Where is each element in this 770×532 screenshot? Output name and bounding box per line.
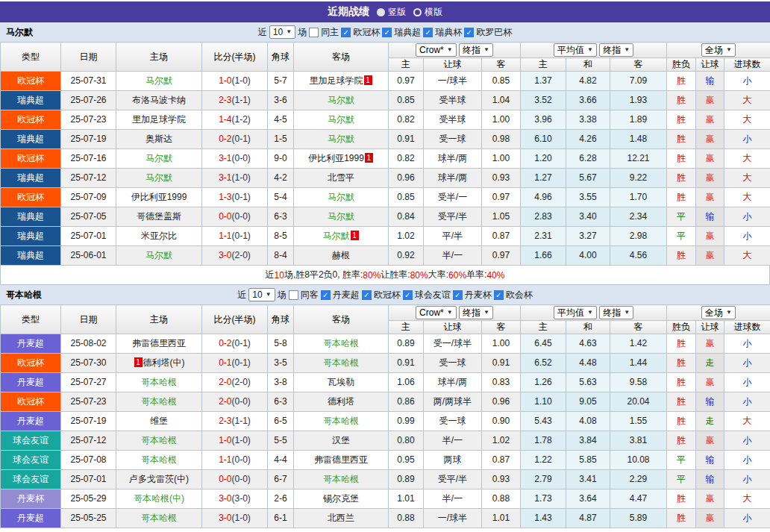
league-checkbox[interactable]: ✓ xyxy=(362,290,372,300)
team-name[interactable]: 北西兰 xyxy=(328,513,354,523)
team-name[interactable]: 维堡 xyxy=(150,416,168,426)
team-name[interactable]: 汉堡 xyxy=(332,435,350,445)
team-name[interactable]: 哥本哈根(中) xyxy=(134,493,184,504)
league-checkbox[interactable]: ✓ xyxy=(464,28,474,37)
team-name[interactable]: 伊比利亚1999 xyxy=(308,153,364,163)
team-name[interactable]: 哥本哈根 xyxy=(323,416,359,426)
fulltime-score[interactable]: 2-0 xyxy=(219,396,231,407)
fulltime-score[interactable]: 1-0 xyxy=(219,75,231,86)
team-name[interactable]: 马尔默 xyxy=(328,114,354,125)
team-name[interactable]: 哥本哈根 xyxy=(141,513,177,523)
layout-radio-vertical[interactable]: 竖版 xyxy=(377,6,406,19)
team-name[interactable]: 马尔默 xyxy=(145,172,172,183)
team-name[interactable]: 马尔默 xyxy=(328,95,354,105)
fulltime-score[interactable]: 3-0 xyxy=(219,513,231,523)
team-name[interactable]: 布洛马波卡纳 xyxy=(132,95,186,105)
team-name[interactable]: 米亚尔比 xyxy=(141,231,177,241)
match-count-select[interactable]: 10 ▼ xyxy=(248,288,275,301)
league-checkbox-label[interactable]: 瑞典超 xyxy=(394,26,421,39)
team-name[interactable]: 哥本哈根 xyxy=(141,377,177,387)
fulltime-score[interactable]: 1-3 xyxy=(219,192,231,202)
league-checkbox[interactable]: ✓ xyxy=(423,28,433,37)
team-name[interactable]: 里加足球学院 xyxy=(132,114,186,125)
fulltime-score[interactable]: 2-3 xyxy=(219,416,231,426)
fulltime-score[interactable]: 1-0 xyxy=(219,435,231,445)
team-name[interactable]: 哥本哈根 xyxy=(141,435,177,445)
fulltime-score[interactable]: 0-2 xyxy=(219,134,231,144)
team-name[interactable]: 哥本哈根 xyxy=(141,396,177,407)
fulltime-score[interactable]: 2-3 xyxy=(219,95,231,105)
league-checkbox-label[interactable]: 欧会杯 xyxy=(506,289,533,301)
team-name[interactable]: 马尔默 xyxy=(328,134,354,144)
layout-radio-horizontal[interactable]: 横版 xyxy=(413,6,442,19)
league-checkbox-label[interactable]: 欧冠杯 xyxy=(353,26,380,39)
team-name[interactable]: 卢多戈雷茨(中) xyxy=(129,474,189,484)
league-checkbox[interactable]: ✓ xyxy=(382,28,392,37)
team-name[interactable]: 马尔默 xyxy=(328,192,354,202)
odds-source-select[interactable]: Crow*▼ xyxy=(416,306,457,319)
league-checkbox-label[interactable]: 欧罗巴杯 xyxy=(476,26,512,39)
fulltime-score[interactable]: 0-1 xyxy=(219,357,231,368)
league-checkbox-label[interactable]: 欧冠杯 xyxy=(374,289,401,301)
avg-source-select[interactable]: 平均值▼ xyxy=(554,43,597,57)
team-name[interactable]: 马尔默 xyxy=(145,153,172,163)
team-name[interactable]: 赫根 xyxy=(332,250,350,260)
league-checkbox-label[interactable]: 球会友谊 xyxy=(415,289,451,301)
league-checkbox[interactable]: ✓ xyxy=(321,290,331,300)
avg-time-select[interactable]: 终指▼ xyxy=(599,306,633,319)
same-venue-checkbox[interactable] xyxy=(289,290,298,300)
corner-count: 3-8 xyxy=(268,373,294,392)
league-checkbox[interactable]: ✓ xyxy=(494,290,504,300)
team-name[interactable]: 马尔默 xyxy=(328,211,354,222)
scope-select[interactable]: 全场▼ xyxy=(701,306,736,319)
league-checkbox[interactable]: ✓ xyxy=(341,28,351,37)
fulltime-score[interactable]: 3-0 xyxy=(219,493,231,504)
odds-source-select[interactable]: Crow*▼ xyxy=(416,43,457,57)
team-name[interactable]: 弗雷德里西亚 xyxy=(314,454,368,465)
fulltime-score[interactable]: 3-1 xyxy=(219,172,231,183)
team-name[interactable]: 德利塔 xyxy=(328,396,354,407)
fulltime-score[interactable]: 1-4 xyxy=(219,114,231,125)
radio-button-icon[interactable] xyxy=(413,8,422,16)
odds-time-select[interactable]: 终指▼ xyxy=(459,306,493,319)
team-name[interactable]: 瓦埃勒 xyxy=(328,377,354,387)
league-checkbox-label[interactable]: 丹麦超 xyxy=(333,289,360,301)
team-name[interactable]: 哥本哈根 xyxy=(141,454,177,465)
fulltime-score[interactable]: 3-1 xyxy=(219,153,231,163)
result-outcome: 胜 xyxy=(667,412,696,431)
radio-vertical-label[interactable]: 竖版 xyxy=(388,6,406,19)
avg-time-select[interactable]: 终指▼ xyxy=(599,43,633,57)
team-name[interactable]: 弗雷德里西亚 xyxy=(132,338,186,348)
fulltime-score[interactable]: 0-0 xyxy=(219,474,231,484)
team-name[interactable]: 哥德堡盖斯 xyxy=(137,211,181,222)
fulltime-score[interactable]: 2-0 xyxy=(219,377,231,387)
team-name[interactable]: 北雪平 xyxy=(328,172,354,183)
fulltime-score[interactable]: 0-0 xyxy=(219,211,231,222)
league-checkbox[interactable]: ✓ xyxy=(403,290,413,300)
odds-time-select[interactable]: 终指▼ xyxy=(459,43,493,57)
team-name[interactable]: 里加足球学院 xyxy=(310,75,363,86)
team-name[interactable]: 锡尔克堡 xyxy=(323,493,359,504)
league-checkbox-label[interactable]: 瑞典杯 xyxy=(435,26,462,39)
team-name[interactable]: 德利塔(中) xyxy=(143,357,185,368)
scope-select[interactable]: 全场▼ xyxy=(701,43,736,57)
radio-horizontal-label[interactable]: 横版 xyxy=(425,6,442,19)
match-count-select[interactable]: 10 ▼ xyxy=(269,25,295,39)
team-name[interactable]: 马尔默 xyxy=(145,75,172,86)
team-name[interactable]: 哥本哈根 xyxy=(323,338,359,348)
team-name[interactable]: 奥斯达 xyxy=(145,134,172,144)
league-checkbox-label[interactable]: 丹麦杯 xyxy=(465,289,492,301)
fulltime-score[interactable]: 0-2 xyxy=(219,338,231,348)
avg-source-select[interactable]: 平均值▼ xyxy=(554,306,597,319)
same-venue-checkbox[interactable] xyxy=(309,28,319,37)
fulltime-score[interactable]: 3-0 xyxy=(219,250,231,260)
team-name[interactable]: 马尔默 xyxy=(145,250,172,260)
league-checkbox[interactable]: ✓ xyxy=(453,290,463,300)
team-name[interactable]: 马尔默 xyxy=(323,231,350,241)
team-name[interactable]: 哥本哈根 xyxy=(323,357,359,368)
fulltime-score[interactable]: 1-1 xyxy=(219,454,231,465)
radio-button-icon[interactable] xyxy=(377,8,385,16)
fulltime-score[interactable]: 1-1 xyxy=(219,231,231,241)
team-name[interactable]: 伊比利亚1999 xyxy=(131,192,187,202)
team-name[interactable]: 哥本哈根 xyxy=(323,474,359,484)
